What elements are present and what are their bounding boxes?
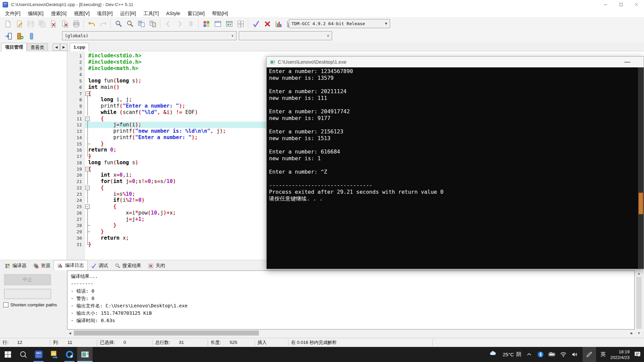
close-all-button[interactable]: [59, 18, 70, 29]
save-button[interactable]: [25, 18, 36, 29]
blob-button[interactable]: [185, 18, 197, 29]
volume-icon[interactable]: [571, 351, 578, 358]
save-all-button[interactable]: [36, 18, 48, 29]
battery-icon[interactable]: [548, 351, 555, 358]
window-color-button[interactable]: [223, 18, 235, 29]
print-button[interactable]: [70, 18, 82, 29]
taskbar-search[interactable]: [15, 347, 31, 362]
menu-item-7[interactable]: 工具[T]: [140, 9, 162, 18]
console-window[interactable]: C:\Users\Lenovo\Desktop\1.exe Enter a nu…: [266, 56, 644, 269]
line-number: 27: [67, 216, 82, 223]
editor-tab-1cpp[interactable]: 1.cpp: [70, 43, 89, 51]
line-number: 12: [67, 122, 82, 128]
weather-temp[interactable]: 25°C: [503, 352, 514, 357]
forward-button[interactable]: [174, 18, 185, 29]
minimize-button[interactable]: [598, 0, 613, 9]
report-tab-2[interactable]: 资源: [30, 261, 54, 270]
open-file-button[interactable]: [13, 18, 25, 29]
console-scrollbar[interactable]: [638, 67, 644, 269]
grid-outline-button[interactable]: [235, 18, 246, 29]
taskbar-file-tool[interactable]: ++: [46, 347, 62, 362]
profile-chart-button[interactable]: [273, 18, 284, 29]
compiler-profile-select[interactable]: TDM-GCC 4.9.2 64-bit Release ▼: [289, 19, 390, 28]
pen-input-icon[interactable]: [583, 347, 596, 362]
members-select[interactable]: ∨: [239, 31, 332, 40]
weather-condition[interactable]: 阴: [516, 351, 521, 358]
notification-center-icon[interactable]: [634, 351, 642, 359]
find-icon: [115, 263, 120, 269]
console-title-bar[interactable]: C:\Users\Lenovo\Desktop\1.exe: [267, 57, 644, 67]
v-scroll-thumb[interactable]: [636, 277, 642, 329]
menu-item-10[interactable]: 帮助[H]: [208, 9, 232, 18]
close-file-button[interactable]: [48, 18, 59, 29]
report-tab-6[interactable]: 关闭: [145, 261, 168, 270]
menu-item-5[interactable]: 项目[P]: [93, 9, 116, 18]
taskbar-console[interactable]: [77, 347, 93, 362]
menu-item-4[interactable]: 视图[V]: [70, 9, 93, 18]
tray-expand-icon[interactable]: [526, 351, 533, 358]
wifi-icon[interactable]: [560, 351, 567, 358]
report-tab-4[interactable]: 调试: [88, 261, 111, 270]
menu-item-2[interactable]: 编辑[E]: [24, 9, 47, 18]
code-text: j=fun(i);: [88, 122, 142, 128]
stop-cross-button[interactable]: [262, 18, 273, 29]
menu-item-1[interactable]: 文件[F]: [1, 9, 24, 18]
find-next-button[interactable]: [124, 18, 136, 29]
new-file-button[interactable]: [2, 18, 13, 29]
project-panel[interactable]: [0, 51, 67, 260]
back-button[interactable]: [162, 18, 174, 29]
shorten-paths-checkbox[interactable]: [3, 302, 8, 307]
find-button[interactable]: [113, 18, 124, 29]
blue-bar-button[interactable]: [25, 31, 37, 42]
compile-log[interactable]: 编译结果...--------- 错误: 0- 警告: 0- 输出文件名: C:…: [67, 270, 635, 329]
abort-button[interactable]: 中止: [4, 274, 51, 285]
redo-button[interactable]: [97, 18, 109, 29]
report-tab-label: 资源: [41, 263, 50, 269]
globals-select[interactable]: (globals) ∨: [62, 31, 236, 40]
console-minimize-button[interactable]: [622, 57, 632, 67]
log-line: - 输出大小: 151.7470703125 KiB: [71, 309, 631, 317]
maximize-button[interactable]: [613, 0, 629, 9]
window-button[interactable]: [212, 18, 223, 29]
menu-item-8[interactable]: AStyle: [162, 9, 184, 18]
undo-button[interactable]: [86, 18, 97, 29]
taskbar-qq-browser[interactable]: [62, 347, 77, 362]
log-horizontal-scrollbar[interactable]: ◀ ▶: [67, 330, 635, 336]
h-scroll-thumb[interactable]: [74, 330, 259, 336]
replace-button[interactable]: [136, 18, 147, 29]
undo-icon: [88, 20, 96, 28]
tab-scroll-left-button[interactable]: ◀: [53, 44, 60, 51]
shorten-paths-option[interactable]: Shorten compiler paths: [3, 302, 57, 307]
menu-item-6[interactable]: 运行[R]: [116, 9, 140, 18]
input-language[interactable]: 英: [600, 351, 606, 358]
new-project-button[interactable]: [201, 18, 212, 29]
report-tab-3[interactable]: 编译日志: [54, 260, 88, 270]
door-plus-button[interactable]: [14, 31, 25, 42]
tab-class-view[interactable]: 查看类: [27, 43, 48, 51]
menu-item-3[interactable]: 搜索[S]: [47, 9, 70, 18]
bluetooth-icon[interactable]: [537, 351, 544, 358]
scroll-up-icon[interactable]: ▲: [636, 270, 642, 276]
report-tab-1[interactable]: 编译器: [1, 261, 30, 270]
line-number: 8: [67, 97, 82, 103]
scroll-left-icon[interactable]: ◀: [67, 330, 73, 336]
menu-item-9[interactable]: 窗口[W]: [184, 9, 208, 18]
console-scrollbar-thumb[interactable]: [639, 193, 643, 214]
tab-project-manager[interactable]: 项目管理: [1, 43, 27, 51]
start-button[interactable]: [0, 347, 15, 362]
scroll-right-icon[interactable]: ▶: [629, 330, 635, 336]
log-vertical-scrollbar[interactable]: ▲ ▼: [636, 270, 642, 336]
tab-scroll-right-button[interactable]: ▶: [60, 44, 67, 51]
scroll-down-icon[interactable]: ▼: [636, 330, 642, 336]
taskbar-clock[interactable]: 18:19 2022/4/23: [610, 349, 630, 360]
close-button[interactable]: [629, 0, 644, 9]
jump-in-button[interactable]: [3, 31, 14, 42]
replace-all-button[interactable]: [147, 18, 158, 29]
line-number: 18: [67, 160, 82, 166]
report-tab-5[interactable]: 搜索结果: [111, 261, 145, 270]
compile-check-button[interactable]: [250, 18, 262, 29]
taskbar-devcpp[interactable]: DEVC++: [31, 347, 46, 362]
report-tab-label: 编译器: [12, 263, 26, 269]
weather-icon[interactable]: [489, 350, 498, 359]
code-text: x=i*pow(10,j)+x;: [88, 210, 176, 216]
